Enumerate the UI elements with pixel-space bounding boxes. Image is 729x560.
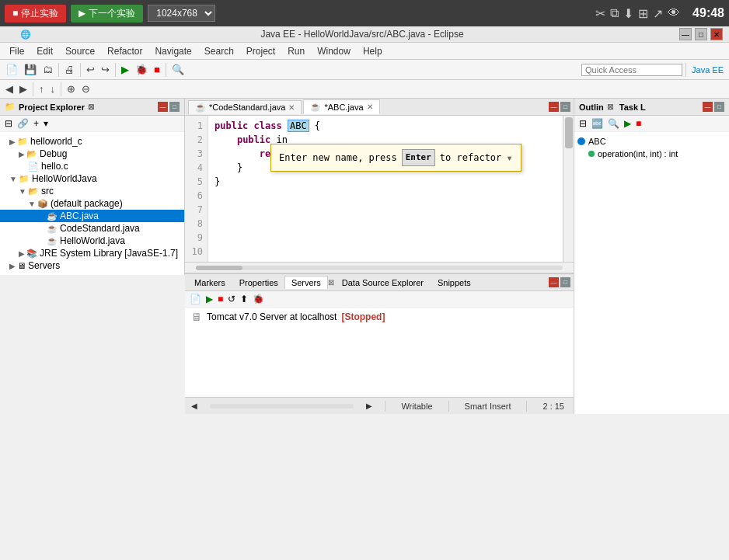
server-start-button[interactable]: ▶: [204, 293, 215, 305]
close-button[interactable]: ✕: [710, 28, 723, 40]
horizontal-scrollbar[interactable]: [185, 262, 574, 273]
outline-tab-1[interactable]: Outlin: [579, 103, 604, 112]
tree-item-abc-java[interactable]: ☕ ABC.java: [0, 210, 184, 222]
outline-stop-button[interactable]: ■: [634, 117, 643, 130]
tab-close-codestandard[interactable]: ✕: [288, 103, 295, 112]
collapse-button[interactable]: ⊖: [79, 82, 92, 96]
maximize-panel-button[interactable]: □: [169, 102, 180, 112]
explorer-menu-button[interactable]: ▾: [42, 117, 50, 130]
menu-refactor[interactable]: Refactor: [101, 44, 148, 58]
save-all-button[interactable]: 🗂: [40, 62, 55, 77]
tree-item-helloworld-c[interactable]: ▶ 📁 helloworld_c: [0, 135, 184, 148]
tooltip-dropdown-arrow[interactable]: ▾: [506, 151, 512, 165]
menu-window[interactable]: Window: [311, 44, 357, 58]
tab-snippets[interactable]: Snippets: [431, 277, 477, 289]
back-button[interactable]: ◀: [3, 82, 16, 96]
next-edit-button[interactable]: ↓: [48, 82, 58, 96]
tab-abc[interactable]: ☕ *ABC.java ✕: [303, 99, 379, 114]
tab-servers[interactable]: Servers: [284, 276, 328, 289]
code-editor[interactable]: public class ABC { public in return i+j;…: [208, 116, 563, 262]
menu-help[interactable]: Help: [357, 44, 389, 58]
forward-button[interactable]: ▶: [17, 82, 30, 96]
tree-item-hello-c[interactable]: 📄 hello.c: [0, 160, 184, 172]
maximize-button[interactable]: □: [695, 28, 707, 40]
debug-button[interactable]: 🐞: [133, 62, 150, 77]
save-button[interactable]: 💾: [22, 62, 39, 77]
menu-search[interactable]: Search: [198, 44, 240, 58]
server-stop-button[interactable]: ■: [216, 293, 225, 305]
outline-collapse-button[interactable]: ⊟: [577, 117, 588, 130]
outline-class-item[interactable]: ABC: [577, 135, 726, 148]
minimize-outline-button[interactable]: —: [703, 102, 713, 112]
next-experiment-button[interactable]: ▶ 下一个实验: [71, 5, 143, 23]
undo-button[interactable]: ↩: [84, 62, 97, 77]
outline-filter-button[interactable]: 🔍: [606, 117, 621, 130]
tab-properties[interactable]: Properties: [233, 277, 284, 289]
minimize-editor-button[interactable]: —: [549, 102, 559, 112]
minimize-panel-button[interactable]: —: [158, 102, 168, 112]
timer-display: 49:48: [692, 6, 724, 20]
tree-item-default-package[interactable]: ▼ 📦 (default package): [0, 197, 184, 210]
outline-sort-button[interactable]: 🔤: [590, 117, 605, 130]
server-debug-button[interactable]: 🐞: [251, 293, 266, 305]
maximize-bottom-button[interactable]: □: [560, 277, 570, 287]
server-publish-button[interactable]: ⬆: [239, 293, 249, 305]
outline-run-button[interactable]: ▶: [623, 117, 633, 130]
menu-run[interactable]: Run: [281, 44, 311, 58]
new-file-button[interactable]: +: [32, 117, 40, 130]
tree-item-servers[interactable]: ▶ 🖥 Servers: [0, 259, 184, 272]
new-server-button[interactable]: 📄: [188, 293, 203, 305]
menu-file[interactable]: File: [3, 44, 30, 58]
maximize-outline-button[interactable]: □: [714, 102, 724, 112]
outline-method-item[interactable]: operation(int, int) : int: [577, 148, 726, 160]
redo-button[interactable]: ↪: [99, 62, 112, 77]
maximize-editor-button[interactable]: □: [560, 102, 570, 112]
tree-item-src[interactable]: ▼ 📂 src: [0, 185, 184, 197]
status-scrollbar-track[interactable]: [210, 404, 354, 409]
status-scrollbar-right[interactable]: ▶: [366, 402, 372, 410]
download-icon[interactable]: ⬇: [623, 6, 633, 21]
status-scrollbar-left[interactable]: ◀: [191, 402, 197, 410]
perspective-button[interactable]: Java EE: [689, 64, 726, 76]
tree-item-jre[interactable]: ▶ 📚 JRE System Library [JavaSE-1.7]: [0, 247, 184, 259]
prev-edit-button[interactable]: ↑: [37, 82, 47, 96]
menu-source[interactable]: Source: [59, 44, 101, 58]
h-scroll-track[interactable]: [196, 266, 563, 270]
quick-access-input[interactable]: [581, 64, 682, 76]
menu-project[interactable]: Project: [240, 44, 281, 58]
editor-code-area[interactable]: 1 2 3 4 5 6 7 8 9 10 public class ABC { …: [185, 116, 574, 262]
stop-experiment-button[interactable]: ■ 停止实验: [5, 5, 66, 23]
print-button[interactable]: 🖨: [62, 62, 77, 77]
link-editor-button[interactable]: 🔗: [16, 117, 30, 130]
new-button[interactable]: 📄: [3, 62, 20, 77]
expand-button[interactable]: ⊕: [65, 82, 78, 96]
tab-codestandard[interactable]: ☕ *CodeStandard.java ✕: [188, 100, 302, 114]
tab-close-abc[interactable]: ✕: [367, 103, 373, 111]
scissors-icon[interactable]: ✂: [595, 6, 605, 21]
tree-item-debug[interactable]: ▶ 📂 Debug: [0, 148, 184, 160]
tab-datasource[interactable]: Data Source Explorer: [336, 277, 430, 289]
grid-icon[interactable]: ⊞: [638, 6, 648, 21]
tree-item-helloworld-java[interactable]: ☕ HelloWorld.java: [0, 235, 184, 247]
h-scroll-thumb[interactable]: [196, 266, 242, 270]
server-label: Tomcat v7.0 Server at localhost: [207, 311, 337, 322]
menu-edit[interactable]: Edit: [30, 44, 59, 58]
vertical-scrollbar[interactable]: [563, 116, 574, 262]
tree-item-codestandard-java[interactable]: ☕ CodeStandard.java: [0, 222, 184, 235]
tree-item-helloworldjava[interactable]: ▼ 📁 HelloWorldJava: [0, 172, 184, 185]
resolution-select[interactable]: 1024x768: [148, 5, 215, 22]
copy-icon[interactable]: ⧉: [610, 6, 619, 20]
collapse-all-button[interactable]: ⊟: [3, 117, 14, 130]
server-restart-button[interactable]: ↺: [226, 293, 237, 305]
search-toolbar-button[interactable]: 🔍: [169, 62, 187, 77]
tab-markers[interactable]: Markers: [188, 277, 232, 289]
eye-icon[interactable]: 👁: [668, 6, 680, 20]
minimize-bottom-button[interactable]: —: [549, 277, 559, 287]
scroll-thumb[interactable]: [565, 117, 573, 148]
outline-tab-2[interactable]: Task L: [619, 103, 646, 112]
run-button[interactable]: ▶: [119, 62, 131, 77]
minimize-button[interactable]: —: [679, 28, 692, 40]
external-link-icon[interactable]: ↗: [653, 6, 663, 21]
menu-navigate[interactable]: Navigate: [148, 44, 197, 58]
stop-button[interactable]: ■: [152, 62, 162, 77]
